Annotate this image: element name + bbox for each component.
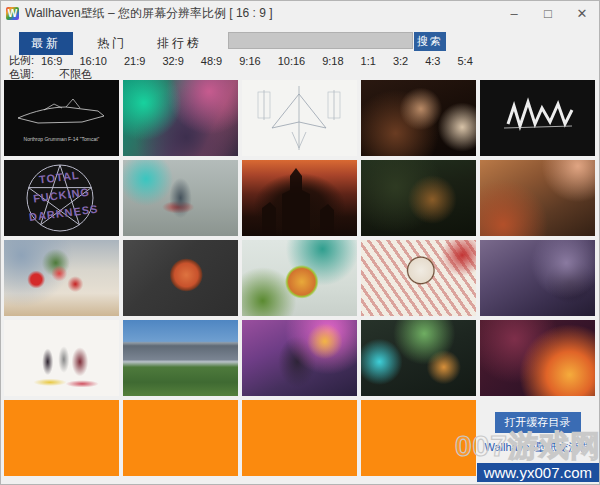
thumbnail-loading-placeholder[interactable] <box>123 400 238 476</box>
thumbnail-cyberpunk-motorcycle[interactable] <box>123 80 238 156</box>
tab-ranking[interactable]: 排行榜 <box>151 32 208 55</box>
thumbnail-f14-line-art[interactable]: Northrop Grumman F-14 "Tomcat" <box>4 80 119 156</box>
ratio-option-32-9[interactable]: 32:9 <box>162 55 183 67</box>
blueprint-line-art <box>242 80 357 156</box>
thumbnail-fire-demon[interactable] <box>480 320 595 396</box>
thumbnail-cyborg-girl[interactable] <box>123 160 238 236</box>
tab-popular[interactable]: 热门 <box>91 32 133 55</box>
ratio-option-9-18[interactable]: 9:18 <box>322 55 343 67</box>
wallpaper-grid: Northrop Grumman F-14 "Tomcat" <box>4 80 595 476</box>
ratio-option-9-16[interactable]: 9:16 <box>239 55 260 67</box>
search-input[interactable] <box>228 32 413 49</box>
title-bar: W Wallhaven壁纸 – 您的屏幕分辨率比例 [ 16 : 9 ] – □… <box>1 1 599 25</box>
thumbnail-night-garden[interactable] <box>361 160 476 236</box>
jet-line-art <box>4 80 119 156</box>
thumbnail-loading-placeholder[interactable] <box>242 400 357 476</box>
jet-caption: Northrop Grumman F-14 "Tomcat" <box>4 136 119 142</box>
thumbnail-duo-characters[interactable] <box>361 320 476 396</box>
ratio-option-4-3[interactable]: 4:3 <box>425 55 440 67</box>
thumbnail-rusty-wreck[interactable] <box>480 160 595 236</box>
thumbnail-jet-blueprint[interactable] <box>242 80 357 156</box>
thumbnail-gothic-woman-cat[interactable] <box>361 80 476 156</box>
ratio-filter-row: 比例: 16:9 16:10 21:9 32:9 48:9 9:16 10:16… <box>9 53 490 68</box>
thumbnail-metal-logo[interactable] <box>480 80 595 156</box>
ratio-option-10-16[interactable]: 10:16 <box>278 55 306 67</box>
ratio-option-48-9[interactable]: 48:9 <box>201 55 222 67</box>
thumbnail-anime-trio[interactable] <box>4 320 119 396</box>
app-window: W Wallhaven壁纸 – 您的屏幕分辨率比例 [ 16 : 9 ] – □… <box>0 0 600 485</box>
window-title: Wallhaven壁纸 – 您的屏幕分辨率比例 [ 16 : 9 ] <box>25 5 273 22</box>
thumbnail-strawberries[interactable] <box>4 240 119 316</box>
ratio-option-5-4[interactable]: 5:4 <box>457 55 472 67</box>
thumbnail-lol-champion[interactable] <box>242 320 357 396</box>
close-button[interactable]: ✕ <box>565 2 599 24</box>
ratio-option-16-9[interactable]: 16:9 <box>41 55 62 67</box>
ratio-option-16-10[interactable]: 16:10 <box>79 55 107 67</box>
ratio-label: 比例: <box>9 53 41 68</box>
minimize-button[interactable]: – <box>497 2 531 24</box>
tab-latest[interactable]: 最新 <box>19 32 73 55</box>
thumbnail-caprese-salad[interactable] <box>123 240 238 316</box>
thumbnail-tomato-salad[interactable] <box>242 240 357 316</box>
ratio-option-3-2[interactable]: 3:2 <box>393 55 408 67</box>
thumbnail-loading-placeholder[interactable] <box>4 400 119 476</box>
thumbnail-purple-fantasy[interactable] <box>480 240 595 316</box>
thumbnail-egg-salad-bowl[interactable] <box>361 240 476 316</box>
watermark-site-name: 007游戏网 <box>455 426 600 467</box>
maximize-button[interactable]: □ <box>531 2 565 24</box>
app-logo-icon: W <box>6 7 19 20</box>
ratio-option-21-9[interactable]: 21:9 <box>124 55 145 67</box>
ratio-option-1-1[interactable]: 1:1 <box>361 55 376 67</box>
search-button[interactable]: 搜索 <box>414 32 446 51</box>
thumbnail-chicago-skyline[interactable] <box>123 320 238 396</box>
watermark-site-url: www.yx007.com <box>477 463 599 482</box>
metal-logo-art <box>480 80 595 156</box>
thumbnail-fiery-castle[interactable] <box>242 160 357 236</box>
castle-silhouette <box>242 160 357 236</box>
thumbnail-total-darkness[interactable]: TOTAL FUCKING DARKNESS <box>4 160 119 236</box>
